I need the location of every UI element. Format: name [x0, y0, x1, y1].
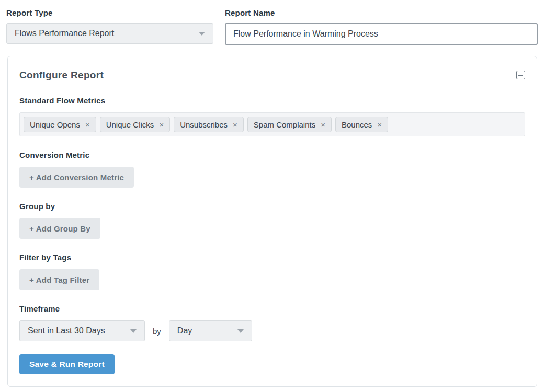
- remove-chip-icon[interactable]: ×: [377, 121, 382, 129]
- chip-label: Spam Complaints: [254, 120, 315, 129]
- chip-label: Bounces: [342, 120, 372, 129]
- add-tag-filter-button[interactable]: + Add Tag Filter: [19, 269, 99, 290]
- report-type-label: Report Type: [6, 8, 213, 17]
- report-name-field: Report Name: [225, 8, 538, 45]
- metric-chip: Spam Complaints ×: [247, 117, 332, 132]
- report-name-label: Report Name: [225, 8, 538, 17]
- minus-icon: [518, 75, 523, 76]
- group-by-label: Group by: [19, 202, 525, 211]
- add-group-by-button[interactable]: + Add Group By: [19, 218, 100, 239]
- chip-label: Unsubscribes: [180, 120, 228, 129]
- metrics-chip-container[interactable]: Unique Opens × Unique Clicks × Unsubscri…: [19, 112, 525, 136]
- chevron-down-icon: [130, 329, 137, 333]
- report-type-value: Flows Performance Report: [15, 29, 114, 38]
- collapse-section-icon[interactable]: [516, 71, 525, 79]
- metrics-label: Standard Flow Metrics: [19, 96, 525, 105]
- chevron-down-icon: [237, 329, 244, 333]
- report-type-field: Report Type Flows Performance Report: [6, 8, 213, 45]
- remove-chip-icon[interactable]: ×: [233, 121, 237, 129]
- conversion-metric-label: Conversion Metric: [19, 151, 525, 159]
- metric-chip: Bounces ×: [335, 117, 388, 132]
- report-header-row: Report Type Flows Performance Report Rep…: [0, 0, 545, 45]
- chevron-down-icon: [199, 32, 205, 36]
- by-label: by: [153, 327, 161, 336]
- timeframe-row: Sent in Last 30 Days by Day: [19, 320, 525, 341]
- timeframe-interval-select[interactable]: Day: [169, 320, 252, 341]
- remove-chip-icon[interactable]: ×: [85, 121, 90, 129]
- timeframe-range-value: Sent in Last 30 Days: [28, 326, 105, 336]
- timeframe-label: Timeframe: [19, 304, 525, 313]
- metric-chip: Unique Clicks ×: [100, 117, 170, 132]
- filter-by-tags-label: Filter by Tags: [19, 253, 525, 262]
- report-type-select[interactable]: Flows Performance Report: [6, 23, 213, 44]
- timeframe-interval-value: Day: [177, 326, 192, 336]
- metric-chip: Unique Opens ×: [24, 117, 96, 132]
- remove-chip-icon[interactable]: ×: [321, 121, 325, 129]
- chip-label: Unique Clicks: [106, 120, 154, 129]
- save-run-report-button[interactable]: Save & Run Report: [19, 354, 115, 374]
- timeframe-range-select[interactable]: Sent in Last 30 Days: [19, 320, 145, 341]
- card-header: Configure Report: [19, 70, 525, 81]
- metric-chip: Unsubscribes ×: [174, 117, 244, 132]
- chip-label: Unique Opens: [30, 120, 80, 129]
- configure-report-card: Configure Report Standard Flow Metrics U…: [7, 56, 537, 387]
- add-conversion-metric-button[interactable]: + Add Conversion Metric: [19, 167, 134, 188]
- report-name-input[interactable]: [225, 23, 538, 45]
- page-title: Configure Report: [19, 70, 104, 81]
- remove-chip-icon[interactable]: ×: [159, 121, 164, 129]
